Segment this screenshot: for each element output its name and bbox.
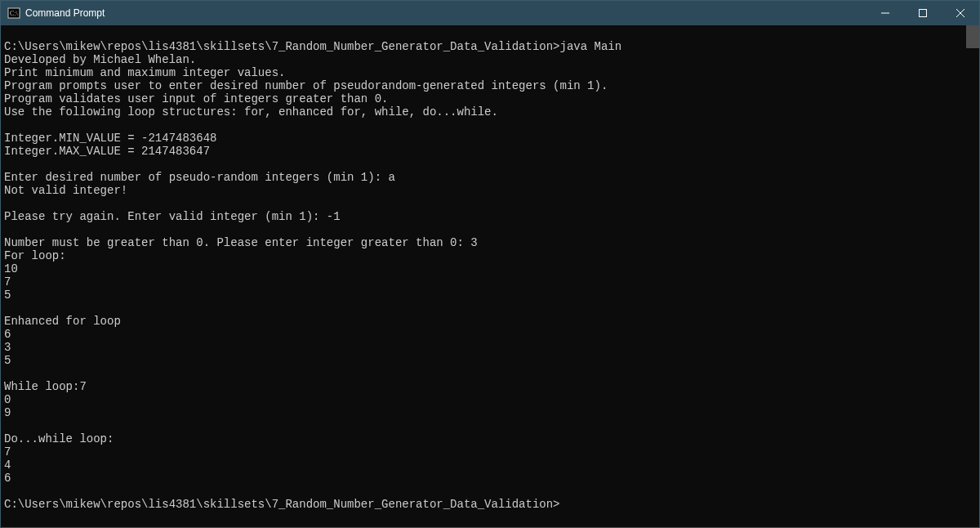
scrollbar-thumb[interactable] <box>966 25 979 48</box>
svg-rect-3 <box>920 10 927 17</box>
titlebar[interactable]: C:\ Command Prompt <box>1 1 979 25</box>
minimize-button[interactable] <box>866 1 904 25</box>
close-button[interactable] <box>942 1 979 25</box>
terminal-area: C:\Users\mikew\repos\lis4381\skillsets\7… <box>1 25 979 527</box>
window-title: Command Prompt <box>25 7 105 19</box>
command-prompt-window: C:\ Command Prompt C:\Users\mikew\repos\… <box>0 0 980 528</box>
cmd-icon: C:\ <box>7 7 20 20</box>
terminal-output[interactable]: C:\Users\mikew\repos\lis4381\skillsets\7… <box>1 25 966 527</box>
vertical-scrollbar[interactable] <box>966 25 979 527</box>
svg-text:C:\: C:\ <box>10 10 19 17</box>
maximize-button[interactable] <box>904 1 942 25</box>
window-controls <box>866 1 979 25</box>
